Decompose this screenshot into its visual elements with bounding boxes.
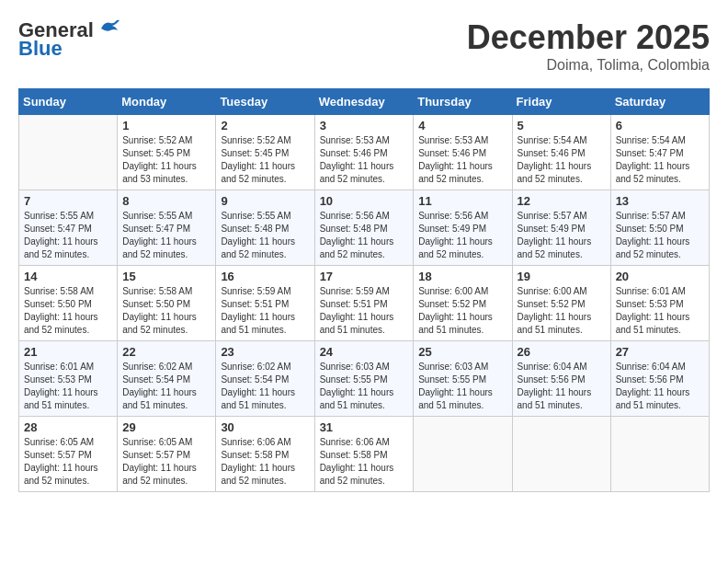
day-info: Sunrise: 5:59 AM Sunset: 5:51 PM Dayligh… xyxy=(320,285,409,337)
calendar-cell: 17Sunrise: 5:59 AM Sunset: 5:51 PM Dayli… xyxy=(314,266,414,341)
day-info: Sunrise: 5:52 AM Sunset: 5:45 PM Dayligh… xyxy=(221,134,309,186)
day-number: 13 xyxy=(616,194,704,208)
calendar-cell: 27Sunrise: 6:04 AM Sunset: 5:56 PM Dayli… xyxy=(610,341,709,417)
day-number: 22 xyxy=(122,345,210,359)
calendar-week-row: 21Sunrise: 6:01 AM Sunset: 5:53 PM Dayli… xyxy=(19,341,710,417)
day-info: Sunrise: 6:04 AM Sunset: 5:56 PM Dayligh… xyxy=(616,361,704,412)
calendar-cell: 22Sunrise: 6:02 AM Sunset: 5:54 PM Dayli… xyxy=(118,341,216,417)
day-info: Sunrise: 6:00 AM Sunset: 5:52 PM Dayligh… xyxy=(518,285,606,337)
calendar-cell: 8Sunrise: 5:55 AM Sunset: 5:47 PM Daylig… xyxy=(118,190,216,266)
day-number: 6 xyxy=(616,119,704,132)
weekday-header: Monday xyxy=(118,89,216,115)
calendar-cell: 6Sunrise: 5:54 AM Sunset: 5:47 PM Daylig… xyxy=(610,115,709,190)
calendar-cell: 4Sunrise: 5:53 AM Sunset: 5:46 PM Daylig… xyxy=(414,115,512,190)
day-info: Sunrise: 5:55 AM Sunset: 5:47 PM Dayligh… xyxy=(24,210,112,261)
day-info: Sunrise: 6:03 AM Sunset: 5:55 PM Dayligh… xyxy=(418,361,506,412)
calendar-cell: 18Sunrise: 6:00 AM Sunset: 5:52 PM Dayli… xyxy=(414,266,512,341)
day-info: Sunrise: 5:59 AM Sunset: 5:51 PM Dayligh… xyxy=(221,285,309,337)
calendar-cell: 24Sunrise: 6:03 AM Sunset: 5:55 PM Dayli… xyxy=(314,341,414,417)
day-number: 10 xyxy=(320,194,409,208)
calendar-cell: 30Sunrise: 6:06 AM Sunset: 5:58 PM Dayli… xyxy=(216,417,314,492)
calendar-cell: 9Sunrise: 5:55 AM Sunset: 5:48 PM Daylig… xyxy=(216,190,314,266)
day-info: Sunrise: 5:52 AM Sunset: 5:45 PM Dayligh… xyxy=(122,134,210,186)
weekday-header: Wednesday xyxy=(314,89,414,115)
calendar-cell xyxy=(414,417,512,492)
day-info: Sunrise: 5:57 AM Sunset: 5:50 PM Dayligh… xyxy=(616,210,704,261)
day-number: 26 xyxy=(518,345,606,359)
calendar-week-row: 28Sunrise: 6:05 AM Sunset: 5:57 PM Dayli… xyxy=(19,417,710,492)
weekday-header: Tuesday xyxy=(216,89,314,115)
day-number: 21 xyxy=(24,345,112,359)
calendar-cell: 15Sunrise: 5:58 AM Sunset: 5:50 PM Dayli… xyxy=(118,266,216,341)
day-number: 2 xyxy=(221,119,309,132)
day-number: 8 xyxy=(122,194,210,208)
calendar-week-row: 1Sunrise: 5:52 AM Sunset: 5:45 PM Daylig… xyxy=(19,115,710,190)
day-number: 1 xyxy=(122,119,210,132)
day-number: 5 xyxy=(518,119,606,132)
day-info: Sunrise: 5:54 AM Sunset: 5:46 PM Dayligh… xyxy=(518,134,606,186)
calendar-week-row: 7Sunrise: 5:55 AM Sunset: 5:47 PM Daylig… xyxy=(19,190,710,266)
calendar-cell: 7Sunrise: 5:55 AM Sunset: 5:47 PM Daylig… xyxy=(19,190,118,266)
weekday-header: Saturday xyxy=(610,89,709,115)
calendar-cell: 13Sunrise: 5:57 AM Sunset: 5:50 PM Dayli… xyxy=(610,190,709,266)
day-info: Sunrise: 5:56 AM Sunset: 5:49 PM Dayligh… xyxy=(418,210,506,261)
weekday-header: Sunday xyxy=(19,89,118,115)
calendar-cell: 31Sunrise: 6:06 AM Sunset: 5:58 PM Dayli… xyxy=(314,417,414,492)
day-number: 12 xyxy=(518,194,606,208)
day-number: 29 xyxy=(122,420,210,434)
day-info: Sunrise: 6:01 AM Sunset: 5:53 PM Dayligh… xyxy=(24,361,112,412)
calendar-cell: 2Sunrise: 5:52 AM Sunset: 5:45 PM Daylig… xyxy=(216,115,314,190)
month-title: December 2025 xyxy=(467,18,710,57)
calendar-cell: 16Sunrise: 5:59 AM Sunset: 5:51 PM Dayli… xyxy=(216,266,314,341)
day-number: 16 xyxy=(221,270,309,283)
day-number: 20 xyxy=(616,270,704,283)
day-number: 28 xyxy=(24,420,112,434)
day-number: 15 xyxy=(122,270,210,283)
day-info: Sunrise: 5:57 AM Sunset: 5:49 PM Dayligh… xyxy=(518,210,606,261)
day-info: Sunrise: 5:53 AM Sunset: 5:46 PM Dayligh… xyxy=(418,134,506,186)
day-info: Sunrise: 6:05 AM Sunset: 5:57 PM Dayligh… xyxy=(122,436,210,488)
calendar-cell: 25Sunrise: 6:03 AM Sunset: 5:55 PM Dayli… xyxy=(414,341,512,417)
day-info: Sunrise: 6:02 AM Sunset: 5:54 PM Dayligh… xyxy=(122,361,210,412)
logo: General Blue xyxy=(18,18,121,61)
day-info: Sunrise: 6:04 AM Sunset: 5:56 PM Dayligh… xyxy=(518,361,606,412)
day-number: 24 xyxy=(320,345,409,359)
calendar-cell: 23Sunrise: 6:02 AM Sunset: 5:54 PM Dayli… xyxy=(216,341,314,417)
calendar-cell: 29Sunrise: 6:05 AM Sunset: 5:57 PM Dayli… xyxy=(118,417,216,492)
calendar-cell: 1Sunrise: 5:52 AM Sunset: 5:45 PM Daylig… xyxy=(118,115,216,190)
calendar-cell: 12Sunrise: 5:57 AM Sunset: 5:49 PM Dayli… xyxy=(512,190,610,266)
calendar-cell xyxy=(512,417,610,492)
day-number: 18 xyxy=(418,270,506,283)
title-area: December 2025 Doima, Tolima, Colombia xyxy=(467,18,710,74)
weekday-header: Thursday xyxy=(414,89,512,115)
calendar-cell: 20Sunrise: 6:01 AM Sunset: 5:53 PM Dayli… xyxy=(610,266,709,341)
day-number: 27 xyxy=(616,345,704,359)
day-number: 23 xyxy=(221,345,309,359)
calendar-cell: 10Sunrise: 5:56 AM Sunset: 5:48 PM Dayli… xyxy=(314,190,414,266)
day-info: Sunrise: 5:55 AM Sunset: 5:47 PM Dayligh… xyxy=(122,210,210,261)
logo-blue-text: Blue xyxy=(18,37,63,61)
day-number: 30 xyxy=(221,420,309,434)
calendar-cell: 28Sunrise: 6:05 AM Sunset: 5:57 PM Dayli… xyxy=(19,417,118,492)
day-info: Sunrise: 6:01 AM Sunset: 5:53 PM Dayligh… xyxy=(616,285,704,337)
day-number: 25 xyxy=(418,345,506,359)
calendar-cell: 21Sunrise: 6:01 AM Sunset: 5:53 PM Dayli… xyxy=(19,341,118,417)
day-number: 31 xyxy=(320,420,409,434)
day-number: 9 xyxy=(221,194,309,208)
day-info: Sunrise: 5:56 AM Sunset: 5:48 PM Dayligh… xyxy=(320,210,409,261)
day-number: 3 xyxy=(320,119,409,132)
header: General Blue December 2025 Doima, Tolima… xyxy=(18,18,710,74)
calendar-week-row: 14Sunrise: 5:58 AM Sunset: 5:50 PM Dayli… xyxy=(19,266,710,341)
calendar-cell: 3Sunrise: 5:53 AM Sunset: 5:46 PM Daylig… xyxy=(314,115,414,190)
calendar-cell: 5Sunrise: 5:54 AM Sunset: 5:46 PM Daylig… xyxy=(512,115,610,190)
day-info: Sunrise: 5:53 AM Sunset: 5:46 PM Dayligh… xyxy=(320,134,409,186)
day-number: 4 xyxy=(418,119,506,132)
day-info: Sunrise: 6:06 AM Sunset: 5:58 PM Dayligh… xyxy=(320,436,409,488)
calendar-header-row: SundayMondayTuesdayWednesdayThursdayFrid… xyxy=(19,89,710,115)
calendar-cell: 11Sunrise: 5:56 AM Sunset: 5:49 PM Dayli… xyxy=(414,190,512,266)
day-info: Sunrise: 5:55 AM Sunset: 5:48 PM Dayligh… xyxy=(221,210,309,261)
calendar-cell: 14Sunrise: 5:58 AM Sunset: 5:50 PM Dayli… xyxy=(19,266,118,341)
day-info: Sunrise: 6:00 AM Sunset: 5:52 PM Dayligh… xyxy=(418,285,506,337)
day-info: Sunrise: 5:54 AM Sunset: 5:47 PM Dayligh… xyxy=(616,134,704,186)
calendar-cell xyxy=(19,115,118,190)
